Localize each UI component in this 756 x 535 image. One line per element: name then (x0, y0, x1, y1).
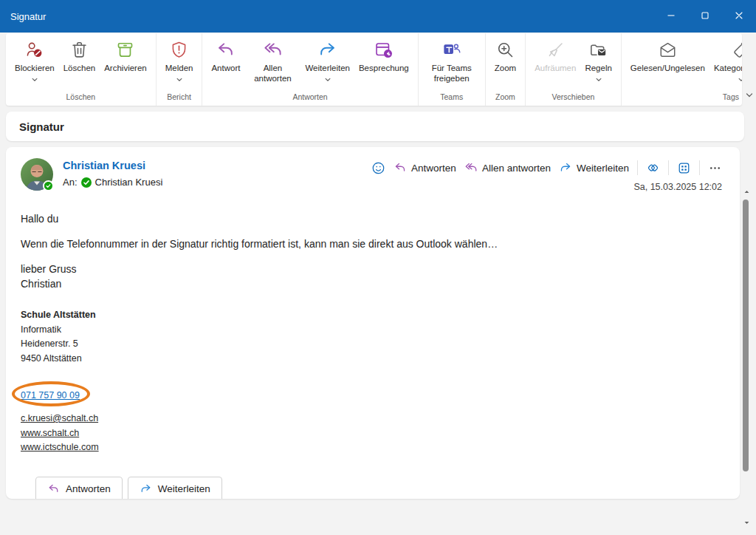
body-closing: lieber Gruss (21, 262, 722, 276)
message-body: Hallo du Wenn die Telefonnummer in der S… (6, 192, 740, 499)
categorize-button[interactable]: Kategorisieren (709, 38, 742, 84)
signature-links: 071 757 90 09 c.kruesi@schalt.ch www.sch… (21, 381, 722, 452)
message-card: Christian Kruesi An: Christian Kruesi (6, 147, 740, 499)
meeting-button[interactable]: Besprechung (354, 38, 413, 74)
reply-button-label: Antwort (211, 64, 240, 74)
reply-action[interactable]: Antworten (394, 161, 456, 174)
close-button[interactable] (722, 0, 756, 33)
website-link-2[interactable]: www.ictschule.com (21, 443, 722, 452)
titlebar: Signatur (0, 0, 756, 33)
forward-button-label: Weiterleiten (305, 64, 350, 74)
reply-action-label: Antworten (411, 163, 456, 174)
ribbon-group-zoom: Zoom Zoom (486, 33, 526, 106)
signature-city: 9450 Altstätten (21, 352, 722, 367)
more-options-icon (708, 161, 722, 175)
chevron-down-icon (595, 76, 602, 84)
delete-button[interactable]: Löschen (59, 38, 100, 74)
chevron-down-icon (745, 91, 754, 100)
diamond-apps-icon (646, 161, 660, 175)
reply-all-icon (464, 161, 478, 174)
divider (699, 160, 700, 175)
chevron-down-icon (324, 76, 331, 84)
chevron-down-icon (176, 76, 183, 84)
trash-icon (69, 40, 89, 60)
subject-card: Signatur (6, 112, 744, 141)
reply-all-action[interactable]: Allen antworten (464, 161, 551, 174)
ribbon-group-verschieben: Aufräumen Regeln Verschieben (526, 33, 622, 106)
ribbon-group-label: Zoom (486, 92, 525, 106)
scroll-up-button[interactable] (741, 187, 752, 196)
minimize-button[interactable] (654, 0, 688, 33)
sender-block: Christian Kruesi An: Christian Kruesi (63, 158, 162, 192)
ribbon-group-label: Tags (622, 92, 742, 106)
signature-department: Informatik (21, 323, 722, 338)
read-unread-button-label: Gelesen/Ungelesen (630, 64, 705, 74)
zoom-button[interactable]: Zoom (490, 38, 520, 74)
phone-link[interactable]: 071 757 90 09 (21, 390, 80, 401)
ribbon-collapse-button[interactable] (745, 89, 755, 100)
share-to-teams-button-label: Für Teams freigeben (427, 64, 476, 84)
ribbon-group-loeschen: Blockieren Löschen (6, 33, 157, 106)
reply-all-button[interactable]: Allen antworten (244, 38, 300, 84)
sender-avatar[interactable] (21, 158, 53, 191)
body-paragraph: Wenn die Telefonnummer in der Signatur r… (21, 236, 722, 251)
forward-action[interactable]: Weiterleiten (559, 161, 629, 174)
window-controls (654, 0, 756, 33)
scroll-down-button[interactable] (741, 518, 752, 527)
forward-button[interactable]: Weiterleiten (300, 38, 354, 84)
shield-alert-icon (169, 40, 189, 60)
smiley-icon (371, 161, 385, 175)
ribbon-group-label: Teams (419, 92, 485, 106)
apps-button[interactable] (677, 161, 691, 175)
signature-block: Schule Altstätten Informatik Heidenerstr… (21, 308, 722, 366)
tag-icon (731, 40, 742, 60)
reply-all-action-label: Allen antworten (482, 163, 551, 174)
recipient-name[interactable]: Christian Kruesi (95, 177, 163, 188)
more-options-button[interactable] (708, 161, 722, 175)
sender-name[interactable]: Christian Kruesi (63, 160, 162, 171)
message-date: Sa, 15.03.2025 12:02 (633, 182, 722, 192)
zoom-button-label: Zoom (495, 64, 516, 74)
ribbon-group-label: Bericht (157, 92, 202, 106)
footer-forward-button[interactable]: Weiterleiten (128, 477, 222, 500)
categorize-button-label: Kategorisieren (714, 64, 742, 74)
report-button[interactable]: Melden (161, 38, 198, 84)
share-to-teams-button[interactable]: Für Teams freigeben (423, 38, 481, 84)
rules-button[interactable]: Regeln (580, 38, 616, 84)
read-unread-button[interactable]: Gelesen/Ungelesen (626, 38, 709, 74)
forward-icon (140, 483, 152, 495)
report-button-label: Melden (165, 64, 193, 74)
archive-button[interactable]: Archivieren (100, 38, 151, 74)
rules-button-label: Regeln (585, 64, 611, 74)
block-button[interactable]: Blockieren (10, 38, 59, 84)
sweep-button-label: Aufräumen (535, 64, 576, 74)
archive-icon (115, 40, 135, 60)
reply-button[interactable]: Antwort (207, 38, 244, 74)
close-icon (735, 10, 743, 23)
chevron-down-icon (738, 76, 742, 84)
website-link-1[interactable]: www.schalt.ch (21, 429, 722, 438)
ribbon-group-tags: Gelesen/Ungelesen Kategorisieren Kennzei… (622, 33, 742, 106)
meeting-reply-icon (374, 40, 394, 60)
presence-available-icon (81, 177, 92, 188)
maximize-button[interactable] (688, 0, 722, 33)
chevron-down-icon (31, 76, 38, 84)
mail-read-icon (658, 40, 678, 60)
forward-action-label: Weiterleiten (577, 163, 629, 174)
sweep-button: Aufräumen (530, 38, 580, 74)
reactions-button[interactable] (371, 161, 385, 175)
footer-reply-button[interactable]: Antworten (35, 477, 123, 500)
teams-icon (441, 40, 461, 60)
broom-icon (546, 40, 566, 60)
scrollbar-thumb[interactable] (743, 200, 749, 471)
ribbon-group-bericht: Melden Bericht (157, 33, 203, 106)
message-subject: Signatur (6, 120, 64, 133)
addin-button[interactable] (646, 161, 660, 175)
divider (668, 160, 669, 175)
signature-street: Heidenerstr. 5 (21, 337, 722, 352)
body-greeting: Hallo du (21, 211, 722, 226)
ribbon-group-label: Verschieben (526, 92, 621, 106)
reply-icon (47, 483, 60, 495)
minimize-icon (667, 10, 676, 23)
email-link[interactable]: c.kruesi@schalt.ch (21, 414, 722, 423)
